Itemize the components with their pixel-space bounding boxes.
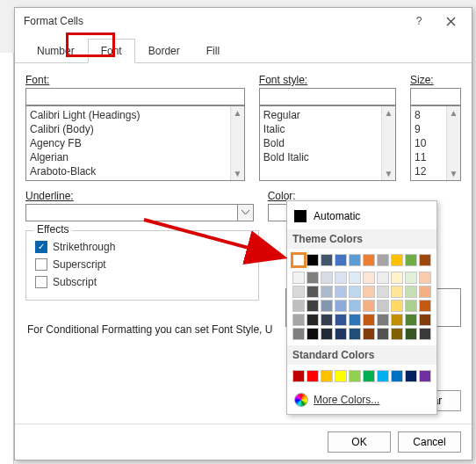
list-item[interactable]: Algerian	[26, 150, 244, 164]
color-swatch[interactable]	[321, 272, 333, 284]
color-swatch[interactable]	[349, 254, 361, 266]
help-button[interactable]: ?	[403, 9, 435, 33]
color-swatch[interactable]	[349, 286, 361, 298]
color-swatch[interactable]	[321, 314, 333, 326]
color-swatch[interactable]	[335, 328, 347, 340]
font-input[interactable]	[25, 88, 245, 105]
color-swatch[interactable]	[292, 314, 305, 326]
color-swatch[interactable]	[292, 272, 305, 284]
superscript-checkbox[interactable]: Superscript	[35, 256, 249, 273]
color-swatch[interactable]	[405, 254, 417, 266]
underline-combo[interactable]	[25, 204, 254, 221]
size-scrollbar[interactable]: ▲▼	[446, 106, 460, 180]
color-swatch[interactable]	[292, 370, 305, 382]
list-item[interactable]: Calibri Light (Headings)	[26, 108, 244, 122]
color-swatch[interactable]	[363, 254, 375, 266]
color-swatch[interactable]	[419, 254, 431, 266]
color-swatch[interactable]	[377, 328, 389, 340]
underline-dropdown-button[interactable]	[238, 204, 254, 221]
fontstyle-listbox[interactable]: RegularItalicBoldBold Italic ▲▼	[259, 105, 396, 181]
color-swatch[interactable]	[292, 328, 305, 340]
color-swatch[interactable]	[307, 254, 319, 266]
close-button[interactable]	[435, 9, 466, 33]
color-swatch[interactable]	[335, 300, 347, 312]
color-swatch[interactable]	[349, 370, 361, 382]
automatic-color[interactable]: Automatic	[292, 207, 431, 229]
color-swatch[interactable]	[419, 328, 431, 340]
color-swatch[interactable]	[377, 254, 389, 266]
color-swatch[interactable]	[391, 272, 403, 284]
color-swatch[interactable]	[307, 300, 319, 312]
color-swatch[interactable]	[377, 314, 389, 326]
color-swatch[interactable]	[391, 328, 403, 340]
color-swatch[interactable]	[391, 254, 403, 266]
font-listbox[interactable]: Calibri Light (Headings)Calibri (Body)Ag…	[25, 105, 245, 181]
color-swatch[interactable]	[349, 300, 361, 312]
list-item[interactable]: Araboto-Black	[26, 164, 244, 178]
size-input[interactable]	[410, 88, 461, 105]
cancel-button[interactable]: Cancel	[398, 431, 461, 453]
color-swatch[interactable]	[321, 286, 333, 298]
color-swatch[interactable]	[363, 314, 375, 326]
color-swatch[interactable]	[405, 300, 417, 312]
more-colors[interactable]: More Colors...	[292, 388, 431, 409]
color-swatch[interactable]	[391, 300, 403, 312]
color-swatch[interactable]	[391, 314, 403, 326]
color-swatch[interactable]	[405, 272, 417, 284]
tab-number[interactable]: Number	[24, 39, 88, 63]
color-swatch[interactable]	[391, 370, 403, 382]
color-swatch[interactable]	[335, 314, 347, 326]
color-swatch[interactable]	[377, 370, 389, 382]
color-swatch[interactable]	[321, 328, 333, 340]
color-swatch[interactable]	[377, 286, 389, 298]
color-swatch[interactable]	[307, 286, 319, 298]
subscript-checkbox[interactable]: Subscript	[35, 273, 249, 291]
list-item[interactable]: Italic	[260, 122, 395, 136]
list-item[interactable]: Bold	[260, 136, 395, 150]
list-item[interactable]: Calibri (Body)	[26, 122, 244, 136]
list-item[interactable]: Bold Italic	[260, 150, 395, 164]
color-swatch[interactable]	[321, 300, 333, 312]
color-swatch[interactable]	[307, 370, 319, 382]
color-swatch[interactable]	[335, 254, 347, 266]
list-item[interactable]: Regular	[260, 108, 395, 122]
color-swatch[interactable]	[363, 370, 375, 382]
color-swatch[interactable]	[405, 286, 417, 298]
color-swatch[interactable]	[292, 286, 305, 298]
list-item[interactable]: Araboto-Bold	[26, 178, 244, 181]
fontstyle-scrollbar[interactable]: ▲▼	[381, 106, 395, 180]
color-swatch[interactable]	[349, 272, 361, 284]
tab-font[interactable]: Font	[88, 39, 135, 63]
color-swatch[interactable]	[321, 254, 333, 266]
color-swatch[interactable]	[405, 314, 417, 326]
color-swatch[interactable]	[307, 328, 319, 340]
color-swatch[interactable]	[363, 300, 375, 312]
font-scrollbar[interactable]: ▲▼	[230, 106, 244, 180]
color-swatch[interactable]	[405, 370, 417, 382]
color-swatch[interactable]	[292, 254, 305, 266]
ok-button[interactable]: OK	[328, 431, 391, 453]
color-swatch[interactable]	[377, 300, 389, 312]
fontstyle-input[interactable]	[259, 88, 396, 105]
color-swatch[interactable]	[405, 328, 417, 340]
color-swatch[interactable]	[363, 328, 375, 340]
color-swatch[interactable]	[349, 328, 361, 340]
color-swatch[interactable]	[307, 272, 319, 284]
color-swatch[interactable]	[335, 370, 347, 382]
color-swatch[interactable]	[419, 314, 431, 326]
color-swatch[interactable]	[292, 300, 305, 312]
color-swatch[interactable]	[363, 286, 375, 298]
color-swatch[interactable]	[391, 286, 403, 298]
list-item[interactable]: Agency FB	[26, 136, 244, 150]
size-listbox[interactable]: 8910111214 ▲▼	[410, 105, 461, 181]
color-swatch[interactable]	[321, 370, 333, 382]
color-swatch[interactable]	[377, 272, 389, 284]
color-swatch[interactable]	[363, 272, 375, 284]
tab-fill[interactable]: Fill	[193, 39, 233, 63]
color-swatch[interactable]	[419, 272, 431, 284]
color-swatch[interactable]	[419, 370, 431, 382]
strikethrough-checkbox[interactable]: ✓ Strikethrough	[35, 238, 249, 256]
color-swatch[interactable]	[335, 286, 347, 298]
tab-border[interactable]: Border	[135, 39, 193, 63]
color-swatch[interactable]	[349, 314, 361, 326]
